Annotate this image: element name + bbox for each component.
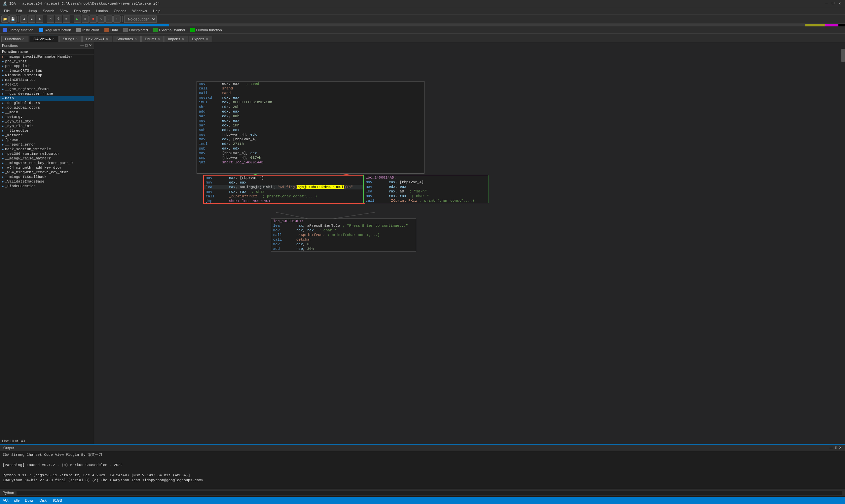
menu-help[interactable]: Help xyxy=(150,8,163,14)
output-content[interactable]: IDA Strong Charset Code View Plugin By 微… xyxy=(0,451,845,489)
toolbar-save[interactable]: 💾 xyxy=(9,16,17,23)
row-mov-var4-edx[interactable]: mov [rbp+var_4], edx xyxy=(197,132,424,137)
sidebar-item-gcc-register[interactable]: ▶ __gcc_register_frame xyxy=(0,87,94,91)
sidebar-item-mark-section[interactable]: ▶ mark_section_writable xyxy=(0,147,94,151)
sidebar-item-main[interactable]: ▶ main xyxy=(0,96,94,101)
sidebar-list[interactable]: ▶ __mingw_invalidParameterHandler ▶ pre_… xyxy=(0,54,94,438)
tab-structures-close[interactable]: ✕ xyxy=(135,37,137,41)
sidebar-item-dyn-tls-dtor[interactable]: ▶ _dyn_tls_dtor xyxy=(0,119,94,124)
sidebar-item-tls-callback[interactable]: ▶ __mingw_TLScallback xyxy=(0,175,94,179)
row-right-mov-rcx[interactable]: mov rcx, rax ; char * xyxy=(364,194,488,198)
sidebar-item-tmain-crt[interactable]: ▶ __tmainCRTStartup xyxy=(0,68,94,73)
sidebar-float-btn[interactable]: □ xyxy=(85,43,88,48)
sidebar-item-pei386[interactable]: ▶ _pei386_runtime_relocator xyxy=(0,151,94,156)
toolbar-step-out[interactable]: ↑ xyxy=(113,16,121,23)
row-bottom-add-rsp[interactable]: add rsp, 30h xyxy=(271,247,416,251)
sidebar-item-setargv[interactable]: ▶ _setargv xyxy=(0,114,94,119)
row-left-mov-rcx[interactable]: mov rcx, rax ; char xyxy=(204,190,364,194)
sidebar-min-btn[interactable]: — xyxy=(80,43,84,48)
sidebar-item-main2[interactable]: ▶ __main xyxy=(0,110,94,114)
sidebar-item-w64-add[interactable]: ▶ _w64_mingwthr_add_key_dtor xyxy=(0,165,94,170)
sidebar-item-tlregdtor[interactable]: ▶ __tlregdtor xyxy=(0,128,94,133)
toolbar-hex[interactable]: H xyxy=(47,16,54,23)
sidebar-item-main-crt[interactable]: ▶ mainCRTStartup xyxy=(0,77,94,82)
row-right-lea[interactable]: lea rax, aD ; "%d\n" xyxy=(364,189,488,194)
row-shr[interactable]: shr rdx, 20h xyxy=(197,105,424,109)
scrollbar-thumb[interactable] xyxy=(841,49,845,62)
scrollbar-vertical[interactable] xyxy=(841,42,845,476)
toolbar-graph[interactable]: G xyxy=(55,16,62,23)
sidebar-item-fpreset[interactable]: ▶ fpreset xyxy=(0,138,94,142)
row-left-lea-flag[interactable]: lea rax, aDFlagAjsju19hl ; "%d flag{ajsj… xyxy=(204,185,364,190)
block-bottom[interactable]: loc_1400014C1: lea rax, aPressEnterToCo … xyxy=(271,218,416,252)
maximize-button[interactable]: □ xyxy=(830,1,836,6)
tab-imports-close[interactable]: ✕ xyxy=(182,37,184,41)
row-mov-edx-var4[interactable]: mov edx, [rbp+var_4] xyxy=(197,137,424,142)
tab-exports-close[interactable]: ✕ xyxy=(206,37,208,41)
tab-strings-close[interactable]: ✕ xyxy=(75,37,78,41)
tab-functions[interactable]: Functions ✕ xyxy=(1,36,29,42)
sidebar-item-atexit[interactable]: ▶ atexit xyxy=(0,82,94,87)
row-bottom-mov-rcx[interactable]: mov rcx, rax ; char * xyxy=(271,228,416,233)
sidebar-item-do-global-ctors[interactable]: ▶ _do_global_ctors xyxy=(0,105,94,110)
row-call-rand[interactable]: call rand xyxy=(197,91,424,95)
row-cmp-var4[interactable]: cmp [rbp+var_4], 0B7Ah xyxy=(197,156,424,160)
toolbar-forward[interactable]: ▶ xyxy=(28,16,35,23)
row-bottom-call-printf[interactable]: call _Z6printfPKcz ; printf(char const,.… xyxy=(271,233,416,237)
sidebar-item-raise-matherr[interactable]: ▶ __mingw_raise_matherr xyxy=(0,156,94,161)
python-input[interactable] xyxy=(17,491,842,495)
row-bottom-mov-eax-0[interactable]: mov eax, 0 xyxy=(271,242,416,247)
sidebar-item-winmain-crt[interactable]: ▶ WinMainCRTStartup xyxy=(0,73,94,77)
sidebar-item-run-key-dtors[interactable]: ▶ __mingwthr_run_key_dtors_part_0 xyxy=(0,161,94,165)
row-sar-edx[interactable]: sar edx, 0Dh xyxy=(197,114,424,119)
menu-jump[interactable]: Jump xyxy=(25,8,40,14)
row-sub-eax-edx[interactable]: sub eax, edx xyxy=(197,146,424,151)
row-add-edx-eax[interactable]: add edx, eax xyxy=(197,109,424,114)
menu-lumina[interactable]: Lumina xyxy=(93,8,110,14)
menu-options[interactable]: Options xyxy=(111,8,129,14)
tab-enums-close[interactable]: ✕ xyxy=(158,37,160,41)
toolbar-stop[interactable]: ■ xyxy=(89,16,97,23)
tab-exports[interactable]: Exports ✕ xyxy=(189,36,212,42)
row-left-jmp[interactable]: jmp short loc_1400014C1 xyxy=(204,199,364,203)
toolbar-open[interactable]: 📁 xyxy=(1,16,8,23)
row-imul-edx[interactable]: imul edx, 2711h xyxy=(197,142,424,146)
row-left-mov-edx[interactable]: mov edx, eax xyxy=(204,180,364,185)
sidebar-item-validate-image[interactable]: ▶ _ValidateImageBase xyxy=(0,179,94,184)
row-call-srand[interactable]: call srand xyxy=(197,86,424,91)
toolbar-up[interactable]: ▲ xyxy=(36,16,43,23)
row-left-call-printf[interactable]: call _Z6printfPKcz ; printf(char const*,… xyxy=(204,194,364,199)
menu-edit[interactable]: Edit xyxy=(13,8,25,14)
tab-strings[interactable]: Strings ✕ xyxy=(59,36,82,42)
output-min-btn[interactable]: — xyxy=(829,446,833,450)
toolbar-pause[interactable]: ⏸ xyxy=(82,16,89,23)
toolbar-step-into[interactable]: ↓ xyxy=(105,16,113,23)
block-right[interactable]: loc_1400014AD: mov eax, [rbp+var_4] mov … xyxy=(363,175,489,203)
sidebar-close-btn[interactable]: ✕ xyxy=(89,43,92,48)
row-right-mov-eax[interactable]: mov eax, [rbp+var_4] xyxy=(364,180,488,184)
disasm-view[interactable]: mov ecx, eax ; seed call srand call rand… xyxy=(94,42,845,484)
sidebar-item-matherr[interactable]: ▶ _matherr xyxy=(0,133,94,138)
close-button[interactable]: ✕ xyxy=(837,1,842,6)
tab-ida-view-a[interactable]: IDA View-A ✕ xyxy=(29,36,58,42)
sidebar-item-dyn-tls-init[interactable]: ▶ _dyn_tls_init xyxy=(0,124,94,128)
toolbar-run[interactable]: ▶ xyxy=(74,16,81,23)
row-right-mov-edx[interactable]: mov edx, eax xyxy=(364,184,488,189)
tab-hex-view[interactable]: Hex View-1 ✕ xyxy=(82,36,112,42)
tab-enums[interactable]: Enums ✕ xyxy=(141,36,164,42)
row-left-mov-eax[interactable]: mov eax, [rbp+var_4] xyxy=(204,176,364,180)
sidebar-item-pre-c-init[interactable]: ▶ pre_c_init xyxy=(0,59,94,64)
row-mov-var4-eax[interactable]: mov [rbp+var_4], eax xyxy=(197,151,424,156)
tab-functions-close[interactable]: ✕ xyxy=(22,37,25,41)
row-mov-ecx-eax[interactable]: mov ecx, eax ; seed xyxy=(197,82,424,86)
menu-file[interactable]: File xyxy=(1,8,13,14)
menu-windows[interactable]: Windows xyxy=(130,8,150,14)
minimize-button[interactable]: — xyxy=(824,1,829,6)
output-expand-btn[interactable]: ⬆ xyxy=(834,446,838,450)
block-top[interactable]: mov ecx, eax ; seed call srand call rand… xyxy=(196,81,425,174)
sidebar-item-find-pe[interactable]: ▶ _FindPESection xyxy=(0,184,94,188)
sidebar-item-do-global-dtors[interactable]: ▶ _do_global_dtors xyxy=(0,101,94,105)
sidebar-item-w64-remove[interactable]: ▶ _w64_mingwthr_remove_key_dtor xyxy=(0,170,94,175)
sidebar-item-report-error[interactable]: ▶ __report_error xyxy=(0,142,94,147)
toolbar-step-over[interactable]: ↷ xyxy=(98,16,105,23)
